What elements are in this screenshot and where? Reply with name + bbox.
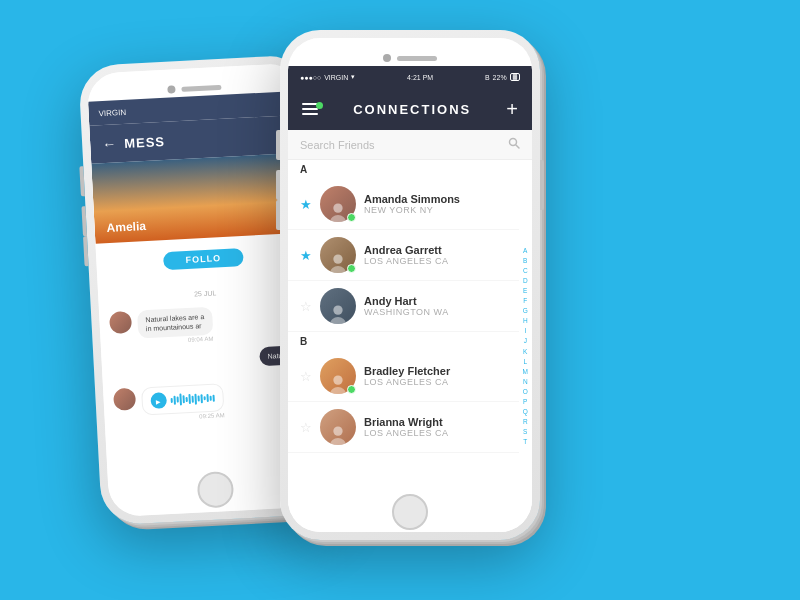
contact-name-bradley: Bradley Fletcher (364, 365, 507, 377)
alpha-f[interactable]: F (523, 296, 528, 305)
alpha-l[interactable]: L (523, 357, 528, 366)
alpha-n[interactable]: N (523, 377, 528, 386)
front-wifi-icon: ▾ (351, 73, 355, 81)
front-home-button[interactable] (392, 494, 428, 530)
alpha-o[interactable]: O (523, 387, 528, 396)
back-hero: Amelia (91, 153, 309, 244)
status-left: ●●●○○ VIRGIN ▾ (300, 73, 355, 81)
alpha-k[interactable]: K (523, 347, 528, 356)
svg-point-8 (333, 375, 342, 384)
alpha-h[interactable]: H (523, 316, 528, 325)
alphabet-index[interactable]: A B C D E F G H I J K L M N O (519, 160, 532, 532)
msg-avatar-audio (113, 388, 136, 411)
audio-bubble[interactable]: ▶ (141, 383, 224, 415)
msg-bubble-1: Natural lakes are ain mountainous ar (137, 307, 213, 339)
avatar-andrea (320, 237, 356, 273)
star-icon-filled[interactable]: ★ (300, 197, 312, 212)
contact-name-amanda: Amanda Simmons (364, 193, 507, 205)
front-header: CONNECTIONS + (288, 88, 532, 130)
menu-line-3 (302, 113, 318, 115)
front-signal: ●●●○○ (300, 74, 321, 81)
front-speaker-icon (397, 56, 437, 61)
alpha-a[interactable]: A (523, 246, 528, 255)
svg-point-4 (333, 254, 342, 263)
contact-name-andy: Andy Hart (364, 295, 507, 307)
alpha-g[interactable]: G (523, 306, 528, 315)
connections-items: A ★ (288, 160, 519, 532)
add-connection-button[interactable]: + (506, 98, 518, 121)
star-icon-empty[interactable]: ☆ (300, 420, 312, 435)
contact-info-amanda: Amanda Simmons NEW YORK NY (364, 193, 507, 215)
alpha-r[interactable]: R (523, 417, 528, 426)
alpha-d[interactable]: D (523, 276, 528, 285)
list-item[interactable]: ☆ Andy Hart (288, 281, 519, 332)
avatar-andy (320, 288, 356, 324)
contact-name-brianna: Brianna Wright (364, 416, 507, 428)
list-item[interactable]: ☆ Bradle (288, 351, 519, 402)
search-bar[interactable]: Search Friends (288, 130, 532, 160)
wave-bar (182, 395, 184, 403)
list-item[interactable]: ★ Andrea (288, 230, 519, 281)
alpha-b[interactable]: B (523, 256, 528, 265)
back-arrow-icon[interactable]: ← (102, 135, 117, 152)
contact-location-brianna: LOS ANGELES CA (364, 428, 507, 438)
alpha-p[interactable]: P (523, 397, 528, 406)
play-button[interactable]: ▶ (150, 392, 167, 409)
alpha-m[interactable]: M (523, 367, 528, 376)
online-indicator-amanda (347, 213, 356, 222)
wave-bar (198, 396, 200, 402)
contact-location-amanda: NEW YORK NY (364, 205, 507, 215)
contact-info-andrea: Andrea Garrett LOS ANGELES CA (364, 244, 507, 266)
message-sent-1: Natural la 09:32 AM (111, 345, 306, 381)
status-right: Β 22% ▓ (485, 73, 520, 81)
follow-button[interactable]: FOLLO (163, 248, 244, 270)
svg-point-2 (333, 203, 342, 212)
wave-bar (192, 396, 194, 403)
contact-location-andy: WASHINGTON WA (364, 307, 507, 317)
wave-bar (171, 398, 173, 403)
online-indicator-andrea (347, 264, 356, 273)
svg-point-3 (330, 215, 346, 222)
star-icon-filled[interactable]: ★ (300, 248, 312, 263)
avatar-amanda (320, 186, 356, 222)
avatar-bradley (320, 358, 356, 394)
wave-bar (186, 397, 188, 402)
list-item[interactable]: ☆ Brianna Wright (288, 402, 519, 453)
contact-info-andy: Andy Hart WASHINGTON WA (364, 295, 507, 317)
alpha-e[interactable]: E (523, 286, 528, 295)
alpha-s[interactable]: S (523, 427, 528, 436)
contact-info-bradley: Bradley Fletcher LOS ANGELES CA (364, 365, 507, 387)
alpha-t[interactable]: T (523, 437, 528, 446)
list-item[interactable]: ★ Amanda (288, 179, 519, 230)
avatar-brianna (320, 409, 356, 445)
contact-location-andrea: LOS ANGELES CA (364, 256, 507, 266)
alpha-q[interactable]: Q (523, 407, 528, 416)
phone-back-notch (167, 83, 221, 94)
online-indicator-bradley (347, 385, 356, 394)
contact-name-andrea: Andrea Garrett (364, 244, 507, 256)
phone-front-notch (383, 54, 437, 62)
alpha-i[interactable]: I (523, 326, 528, 335)
svg-point-0 (510, 139, 517, 146)
star-icon-empty[interactable]: ☆ (300, 369, 312, 384)
avatar-img-andy (320, 288, 356, 324)
battery-indicator: 22% (493, 74, 507, 81)
front-carrier: VIRGIN (324, 74, 348, 81)
message-received-1: Natural lakes are ain mountainous ar 09:… (109, 302, 305, 347)
menu-line-2 (302, 108, 318, 110)
svg-point-5 (330, 266, 346, 273)
svg-line-1 (516, 145, 519, 148)
search-icon[interactable] (508, 137, 520, 152)
alpha-c[interactable]: C (523, 266, 528, 275)
front-camera-icon (383, 54, 391, 62)
wave-bar (204, 396, 206, 400)
connections-title: CONNECTIONS (318, 102, 506, 117)
wave-bar (206, 394, 208, 402)
section-header-a: A (288, 160, 519, 179)
avatar-img-brianna (320, 409, 356, 445)
star-icon-empty[interactable]: ☆ (300, 299, 312, 314)
alpha-j[interactable]: J (523, 336, 528, 345)
wave-bar (200, 394, 202, 403)
speaker-icon (181, 84, 221, 91)
bluetooth-icon: Β (485, 74, 490, 81)
